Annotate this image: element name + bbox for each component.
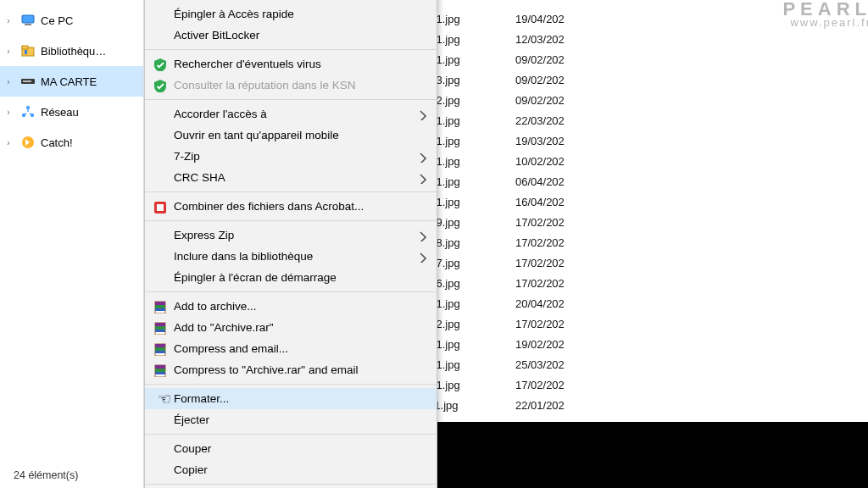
expand-icon[interactable]: › bbox=[2, 16, 15, 25]
nav-item-network[interactable]: ›Réseau bbox=[0, 97, 143, 127]
menu-icon-blank bbox=[150, 413, 169, 428]
menu-item[interactable]: Ouvrir en tant qu'appareil mobile bbox=[145, 125, 437, 146]
menu-item-label: Inclure dans la bibliothèque bbox=[169, 250, 416, 263]
file-date: 06/04/202 bbox=[515, 175, 565, 188]
menu-item-label: Copier bbox=[169, 463, 416, 476]
menu-item-label: Accorder l'accès à bbox=[169, 108, 416, 120]
menu-item-label: Couper bbox=[169, 442, 416, 455]
menu-item-label: Express Zip bbox=[169, 229, 416, 241]
menu-item[interactable]: Accorder l'accès à bbox=[145, 103, 437, 125]
menu-item[interactable]: Add to archive... bbox=[145, 296, 437, 317]
menu-item-label: Activer BitLocker bbox=[169, 29, 416, 42]
menu-item[interactable]: Rechercher d'éventuels virus bbox=[145, 53, 437, 75]
navigation-pane: ›Ce PC›Bibliothèqu…›MA CARTE›Réseau›Catc… bbox=[0, 0, 144, 488]
nav-item-catch[interactable]: ›Catch! bbox=[0, 127, 143, 158]
menu-icon-blank bbox=[150, 107, 169, 122]
context-menu[interactable]: Ouvrir dans une nouvelle fenêtreÉpingler… bbox=[144, 0, 437, 488]
catch-icon bbox=[20, 135, 36, 150]
menu-separator bbox=[145, 191, 437, 192]
file-date: 12/03/202 bbox=[515, 33, 565, 46]
file-date: 09/02/202 bbox=[515, 74, 565, 86]
drive-icon bbox=[20, 74, 36, 89]
library-icon bbox=[20, 43, 36, 58]
file-date: 19/04/202 bbox=[515, 13, 565, 25]
file-date: 22/01/202 bbox=[515, 399, 565, 412]
rar-icon bbox=[150, 363, 169, 378]
nav-item-drive[interactable]: ›MA CARTE bbox=[0, 66, 143, 97]
cursor-pointer-icon: ☜ bbox=[158, 390, 171, 408]
menu-item-label: CRC SHA bbox=[169, 171, 416, 184]
menu-icon-blank bbox=[150, 7, 169, 22]
nav-item-label: Catch! bbox=[41, 136, 73, 149]
expand-icon[interactable]: › bbox=[2, 108, 15, 117]
menu-item[interactable]: Combiner des fichiers dans Acrobat... bbox=[145, 196, 437, 217]
submenu-chevron-icon bbox=[416, 172, 428, 184]
file-date: 20/04/202 bbox=[515, 297, 565, 310]
file-date: 25/03/202 bbox=[515, 358, 565, 371]
nav-item-pc[interactable]: ›Ce PC bbox=[0, 5, 143, 36]
watermark-url: www.pearl.fr bbox=[782, 17, 868, 28]
menu-item[interactable]: Compress and email... bbox=[145, 338, 437, 359]
menu-item[interactable]: 7-Zip bbox=[145, 146, 437, 167]
watermark-brand: PEARL bbox=[782, 2, 868, 17]
menu-icon-blank bbox=[150, 463, 169, 478]
file-date: 17/02/202 bbox=[515, 236, 565, 249]
menu-item[interactable]: Éjecter bbox=[145, 409, 437, 430]
file-date: 17/02/202 bbox=[515, 318, 565, 330]
file-date: 17/02/202 bbox=[515, 277, 565, 290]
menu-icon-blank bbox=[150, 28, 169, 43]
file-date: 19/03/202 bbox=[515, 135, 565, 147]
menu-icon-blank bbox=[150, 0, 169, 1]
file-date: 17/02/202 bbox=[515, 216, 565, 229]
menu-item-label: Combiner des fichiers dans Acrobat... bbox=[169, 200, 416, 213]
menu-icon-blank bbox=[150, 249, 169, 264]
menu-icon-blank bbox=[150, 441, 169, 457]
file-date: 09/02/202 bbox=[515, 53, 565, 66]
nav-item-label: MA CARTE bbox=[41, 75, 97, 88]
submenu-chevron-icon bbox=[416, 230, 428, 241]
menu-item-label: Compress to "Archive.rar" and email bbox=[169, 363, 416, 376]
nav-item-label: Réseau bbox=[41, 106, 79, 119]
menu-item-label: Épingler à Accès rapide bbox=[169, 8, 416, 20]
pc-icon bbox=[20, 13, 36, 28]
nav-item-library[interactable]: ›Bibliothèqu… bbox=[0, 36, 143, 66]
menu-item[interactable]: Épingler à l'écran de démarrage bbox=[145, 267, 437, 288]
menu-item: Consulter la réputation dans le KSN bbox=[145, 75, 437, 96]
submenu-chevron-icon bbox=[416, 151, 428, 163]
menu-item[interactable]: Formater... bbox=[145, 388, 437, 409]
shield-icon bbox=[150, 78, 169, 93]
rar-icon bbox=[150, 341, 169, 357]
menu-separator bbox=[145, 49, 437, 50]
rar-icon bbox=[150, 299, 169, 314]
expand-icon[interactable]: › bbox=[2, 77, 15, 86]
menu-item[interactable]: CRC SHA bbox=[145, 167, 437, 188]
file-date: 17/02/202 bbox=[515, 379, 565, 391]
menu-icon-blank bbox=[150, 128, 169, 143]
menu-separator bbox=[145, 291, 437, 292]
menu-item[interactable]: Épingler à Accès rapide bbox=[145, 3, 437, 25]
menu-icon-blank bbox=[150, 170, 169, 186]
file-date: 10/02/202 bbox=[515, 155, 565, 168]
menu-item-label: Ouvrir en tant qu'appareil mobile bbox=[169, 129, 416, 141]
menu-icon-blank bbox=[150, 149, 169, 164]
menu-item[interactable]: Compress to "Archive.rar" and email bbox=[145, 359, 437, 380]
submenu-chevron-icon bbox=[416, 251, 428, 263]
menu-separator bbox=[145, 434, 437, 435]
menu-item[interactable]: Add to "Archive.rar" bbox=[145, 317, 437, 338]
file-date: 19/02/202 bbox=[515, 338, 565, 351]
menu-item[interactable]: Couper bbox=[145, 438, 437, 459]
menu-item[interactable]: Inclure dans la bibliothèque bbox=[145, 246, 437, 267]
menu-item-label: 7-Zip bbox=[169, 150, 416, 163]
menu-separator bbox=[145, 99, 437, 100]
menu-item-label: Add to archive... bbox=[169, 300, 416, 313]
menu-separator bbox=[145, 220, 437, 221]
status-bar-text: 24 élément(s) bbox=[0, 463, 143, 488]
menu-item[interactable]: Express Zip bbox=[145, 225, 437, 246]
menu-item-label: Épingler à l'écran de démarrage bbox=[169, 271, 416, 284]
expand-icon[interactable]: › bbox=[2, 138, 15, 147]
menu-item[interactable]: Copier bbox=[145, 459, 437, 480]
rar-icon bbox=[150, 320, 169, 336]
expand-icon[interactable]: › bbox=[2, 47, 15, 56]
menu-item-label: Consulter la réputation dans le KSN bbox=[169, 79, 416, 92]
menu-item[interactable]: Activer BitLocker bbox=[145, 25, 437, 46]
